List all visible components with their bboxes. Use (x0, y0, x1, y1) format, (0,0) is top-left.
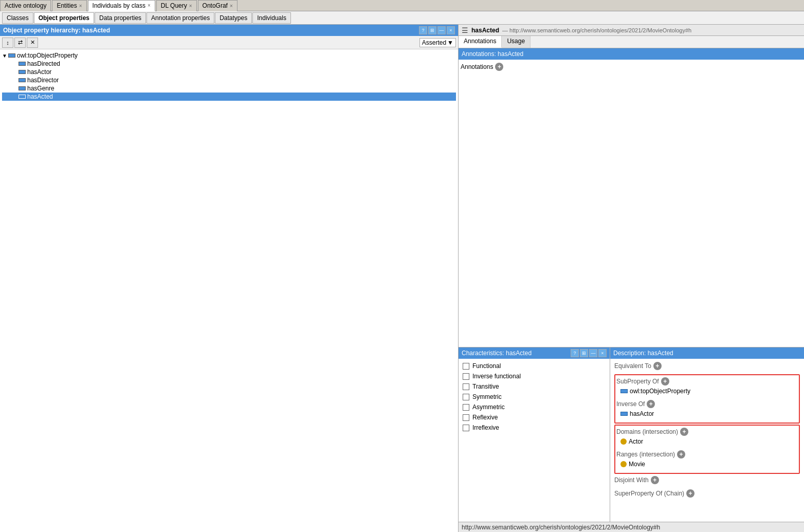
asserted-dropdown[interactable]: Asserted ▼ (419, 38, 456, 47)
tab-ontograf-close[interactable]: × (230, 3, 233, 9)
desc-subproperty-add[interactable]: + (661, 377, 669, 386)
characteristics-panel: Characteristics: hasActed ? ⊞ — × (459, 347, 610, 522)
tab-dl-query[interactable]: DL Query × (156, 0, 197, 11)
status-bar: http://www.semanticweb.org/cherish/ontol… (459, 522, 804, 532)
tab-entities[interactable]: Entities × (52, 0, 86, 11)
char-icon-close[interactable]: × (598, 349, 607, 357)
char-checkbox-transitive[interactable] (463, 383, 469, 390)
char-item-inverse-functional: Inverse functional (463, 371, 606, 381)
tree-btn-delete[interactable]: ✕ (27, 38, 38, 48)
char-icon-q[interactable]: ? (571, 349, 579, 357)
anno-add-button[interactable]: + (495, 63, 503, 71)
char-item-irreflexive: Irreflexive (463, 423, 606, 433)
tree-label-top: owl:topObjectProperty (17, 52, 78, 59)
tree-item-top[interactable]: ▼ owl:topObjectProperty (2, 51, 456, 60)
class-toolbar: Classes Object properties Data propertie… (0, 11, 804, 25)
desc-section-superproperty: SuperProperty Of (Chain) + (614, 488, 800, 499)
tree-label-hasDirected: hasDirected (27, 60, 60, 67)
description-panel: Description: hasActed Equivalent To + (610, 347, 804, 522)
anno-tabs: Annotations Usage (459, 36, 804, 48)
left-panel-icon-question[interactable]: ? (419, 26, 427, 34)
annotation-properties-button[interactable]: Annotation properties (147, 12, 214, 24)
anno-row: Annotations + (461, 62, 802, 72)
desc-domains-add[interactable]: + (680, 428, 688, 436)
tree-item-hasActed[interactable]: hasActed (2, 93, 456, 101)
right-panel-title: hasActed (471, 27, 499, 34)
desc-item-top-object[interactable]: owl:topObjectProperty (616, 387, 798, 396)
anno-tab-annotations[interactable]: Annotations (459, 36, 502, 48)
left-panel-icon-close[interactable]: × (447, 26, 455, 34)
tab-dl-query-close[interactable]: × (189, 3, 192, 9)
desc-ranges-add[interactable]: + (677, 450, 685, 458)
highlight-domains-ranges: Domains (intersection) + Actor (614, 425, 800, 474)
desc-item-actor[interactable]: Actor (616, 437, 798, 446)
desc-label-actor: Actor (629, 438, 643, 445)
tree-item-hasGenre[interactable]: hasGenre (2, 84, 456, 93)
individuals-button[interactable]: Individuals (252, 12, 291, 24)
tree-btn-collapse[interactable]: ⇄ (14, 38, 26, 48)
tab-individuals-close[interactable]: × (148, 3, 151, 8)
tree-btn-expand[interactable]: ↕ (2, 38, 13, 48)
desc-label-hasActor: hasActor (630, 410, 654, 417)
desc-section-domains: Domains (intersection) + Actor (616, 427, 798, 446)
desc-item-hasActor[interactable]: hasActor (616, 409, 798, 418)
tab-individuals-by-class-label: Individuals by class (93, 2, 145, 9)
desc-inverse-add[interactable]: + (647, 400, 655, 408)
hamburger-icon[interactable]: ☰ (462, 26, 468, 34)
char-item-symmetric: Symmetric (463, 392, 606, 402)
tab-active-ontology[interactable]: Active ontology (0, 0, 51, 11)
char-item-asymmetric: Asymmetric (463, 402, 606, 412)
char-label-irreflexive: Irreflexive (472, 424, 499, 431)
char-checkbox-asymmetric[interactable] (463, 404, 469, 411)
desc-item-movie[interactable]: Movie (616, 460, 798, 469)
char-checkbox-reflexive[interactable] (463, 414, 469, 421)
toggle-hasDirector (12, 78, 19, 83)
tab-individuals-by-class[interactable]: Individuals by class × (88, 0, 155, 11)
content-area: Object property hierarchy: hasActed ? ⊞ … (0, 25, 804, 532)
data-properties-button[interactable]: Data properties (95, 12, 146, 24)
tree-label-hasActed: hasActed (27, 93, 53, 100)
highlight-subproperty-inverse: SubProperty Of + owl:topObjectProperty (614, 374, 800, 424)
desc-circle-movie (620, 461, 627, 467)
left-panel-icon-grid[interactable]: ⊞ (428, 26, 436, 34)
tree-toolbar-left: ↕ ⇄ ✕ (2, 38, 38, 48)
desc-circle-actor (620, 438, 627, 445)
anno-upper: Annotations: hasActed Annotations + (459, 48, 804, 347)
object-properties-button[interactable]: Object properties (34, 12, 94, 24)
desc-section-domains-header: Domains (intersection) + (616, 427, 798, 437)
char-checkbox-functional[interactable] (463, 363, 469, 370)
char-icon-grid[interactable]: ⊞ (580, 349, 588, 357)
tab-entities-close[interactable]: × (79, 3, 82, 9)
desc-equivalent-add[interactable]: + (653, 362, 662, 370)
desc-section-inverse-header: Inverse Of + (616, 399, 798, 409)
anno-panel-header: Annotations: hasActed (459, 48, 804, 60)
anno-panel-header-label: Annotations: hasActed (462, 50, 523, 58)
desc-superproperty-add[interactable]: + (686, 489, 695, 498)
desc-disjoint-add[interactable]: + (651, 476, 659, 484)
classes-button[interactable]: Classes (2, 12, 33, 24)
tree-item-hasDirected[interactable]: hasDirected (2, 60, 456, 68)
char-checkbox-irreflexive[interactable] (463, 425, 469, 431)
char-checkbox-inverse-functional[interactable] (463, 373, 469, 380)
toggle-hasDirected (12, 61, 19, 67)
color-box-hasDirected (19, 62, 26, 66)
desc-section-disjoint-header: Disjoint With + (614, 475, 800, 485)
desc-disjoint-label: Disjoint With (614, 476, 649, 484)
desc-subproperty-label: SubProperty Of (616, 378, 659, 385)
tree-item-hasDirector[interactable]: hasDirector (2, 76, 456, 84)
char-checkbox-symmetric[interactable] (463, 394, 469, 400)
desc-superproperty-label: SuperProperty Of (Chain) (614, 490, 684, 497)
desc-color-hasActor (620, 412, 628, 416)
asserted-chevron: ▼ (447, 39, 453, 46)
tree-item-hasActor[interactable]: hasActor (2, 68, 456, 76)
desc-section-disjoint: Disjoint With + (614, 475, 800, 485)
right-panel: ☰ hasActed — http://www.semanticweb.org/… (459, 25, 804, 532)
char-icon-minus[interactable]: — (589, 349, 597, 357)
tab-active-ontology-label: Active ontology (5, 2, 46, 9)
tab-ontograf[interactable]: OntoGraf × (198, 0, 237, 11)
anno-tab-usage[interactable]: Usage (502, 36, 531, 48)
left-panel-icon-minus[interactable]: — (437, 26, 446, 34)
datatypes-button[interactable]: Datatypes (215, 12, 252, 24)
char-item-reflexive: Reflexive (463, 412, 606, 423)
right-content-wrapper: Annotations: hasActed Annotations + (459, 48, 804, 522)
